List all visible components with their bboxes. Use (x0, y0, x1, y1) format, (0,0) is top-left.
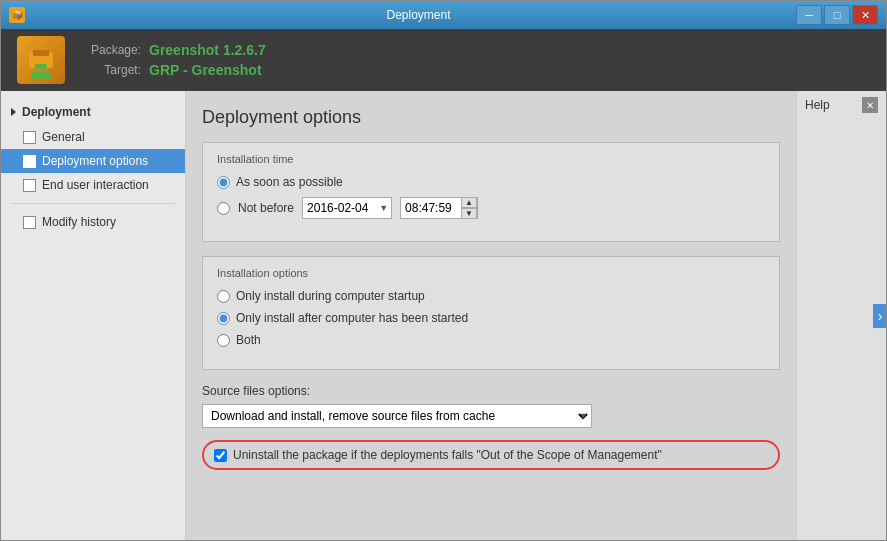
after-started-option: Only install after computer has been sta… (217, 311, 765, 325)
both-radio[interactable] (217, 334, 230, 347)
help-panel: Help ✕ › (796, 91, 886, 540)
minimize-button[interactable]: ─ (796, 5, 822, 25)
startup-option: Only install during computer startup (217, 289, 765, 303)
uninstall-row: Uninstall the package if the deployments… (202, 440, 780, 470)
both-option: Both (217, 333, 765, 347)
help-arrow-icon[interactable]: › (873, 304, 886, 328)
startup-radio[interactable] (217, 290, 230, 303)
sidebar-item-general-label: General (42, 130, 85, 144)
deployment-options-checkbox-icon (23, 155, 36, 168)
sidebar-item-end-user-interaction[interactable]: End user interaction (1, 173, 185, 197)
target-label: Target: (81, 63, 141, 77)
not-before-label: Not before (238, 201, 294, 215)
both-label: Both (236, 333, 261, 347)
target-value: GRP - Greenshot (149, 62, 262, 78)
not-before-row: Not before ▲ ▼ (217, 197, 478, 219)
time-down-button[interactable]: ▼ (461, 208, 477, 219)
sidebar: Deployment General Deployment options En… (1, 91, 186, 540)
sidebar-item-deployment-options-label: Deployment options (42, 154, 148, 168)
source-select-wrapper: Download and install, remove source file… (202, 404, 592, 428)
date-input[interactable] (302, 197, 392, 219)
help-header: Help ✕ (801, 95, 882, 115)
sidebar-header-label: Deployment (22, 105, 91, 119)
close-button[interactable]: ✕ (852, 5, 878, 25)
uninstall-label: Uninstall the package if the deployments… (233, 448, 662, 462)
asap-label: As soon as possible (236, 175, 343, 189)
after-started-label: Only install after computer has been sta… (236, 311, 468, 325)
not-before-radio[interactable] (217, 202, 230, 215)
time-up-button[interactable]: ▲ (461, 197, 477, 208)
page-title: Deployment options (202, 107, 780, 128)
asap-option: As soon as possible (217, 175, 765, 189)
window-title: Deployment (41, 8, 796, 22)
package-value: Greenshot 1.2.6.7 (149, 42, 266, 58)
modify-history-checkbox-icon (23, 216, 36, 229)
installation-options-legend: Installation options (217, 267, 765, 279)
sidebar-item-deployment-options[interactable]: Deployment options (1, 149, 185, 173)
main-content: Deployment General Deployment options En… (1, 91, 886, 540)
source-files-section: Source files options: Download and insta… (202, 384, 780, 428)
source-files-select[interactable]: Download and install, remove source file… (202, 404, 592, 428)
time-spinner: ▲ ▼ (461, 197, 477, 219)
time-input[interactable] (401, 199, 461, 217)
sidebar-item-general[interactable]: General (1, 125, 185, 149)
uninstall-checkbox[interactable] (214, 449, 227, 462)
target-row: Target: GRP - Greenshot (81, 62, 266, 78)
sidebar-item-modify-history-label: Modify history (42, 215, 116, 229)
content-area: Deployment options Installation time As … (186, 91, 796, 540)
sidebar-item-modify-history[interactable]: Modify history (1, 210, 185, 234)
help-close-button[interactable]: ✕ (862, 97, 878, 113)
time-input-wrapper: ▲ ▼ (400, 197, 478, 219)
sidebar-item-end-user-label: End user interaction (42, 178, 149, 192)
svg-rect-1 (33, 50, 49, 56)
startup-label: Only install during computer startup (236, 289, 425, 303)
installation-time-legend: Installation time (217, 153, 765, 165)
package-row: Package: Greenshot 1.2.6.7 (81, 42, 266, 58)
package-icon (17, 36, 65, 84)
package-label: Package: (81, 43, 141, 57)
sidebar-divider (11, 203, 175, 204)
not-before-option: Not before ▲ ▼ (217, 197, 765, 219)
header-bar: Package: Greenshot 1.2.6.7 Target: GRP -… (1, 29, 886, 91)
help-label: Help (805, 98, 830, 112)
expand-triangle-icon (11, 108, 16, 116)
general-checkbox-icon (23, 131, 36, 144)
header-info: Package: Greenshot 1.2.6.7 Target: GRP -… (81, 42, 266, 78)
maximize-button[interactable]: □ (824, 5, 850, 25)
installation-time-section: Installation time As soon as possible No… (202, 142, 780, 242)
after-started-radio[interactable] (217, 312, 230, 325)
installation-options-section: Installation options Only install during… (202, 256, 780, 370)
titlebar: 📦 Deployment ─ □ ✕ (1, 1, 886, 29)
asap-radio[interactable] (217, 176, 230, 189)
main-window: 📦 Deployment ─ □ ✕ Package: Greenshot 1.… (0, 0, 887, 541)
end-user-checkbox-icon (23, 179, 36, 192)
svg-rect-2 (35, 64, 47, 69)
source-files-legend: Source files options: (202, 384, 780, 398)
titlebar-controls: ─ □ ✕ (796, 5, 878, 25)
date-select-wrapper (302, 197, 392, 219)
sidebar-header: Deployment (1, 99, 185, 125)
